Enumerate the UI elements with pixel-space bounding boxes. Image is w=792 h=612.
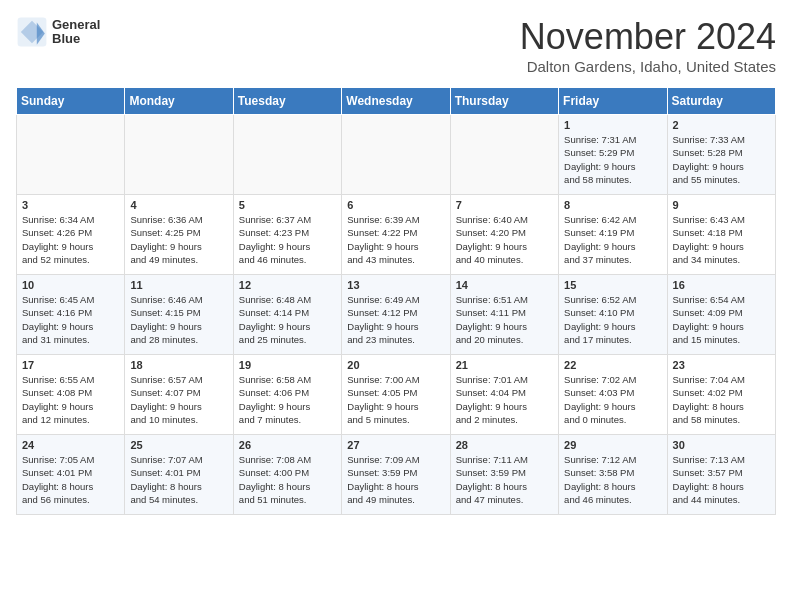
day-info: Sunrise: 7:00 AM Sunset: 4:05 PM Dayligh… [347,373,444,426]
day-number: 13 [347,279,444,291]
calendar-cell: 21Sunrise: 7:01 AM Sunset: 4:04 PM Dayli… [450,355,558,435]
day-info: Sunrise: 6:37 AM Sunset: 4:23 PM Dayligh… [239,213,336,266]
logo-line1: General [52,18,100,32]
header-sunday: Sunday [17,88,125,115]
calendar-cell [233,115,341,195]
day-number: 6 [347,199,444,211]
day-info: Sunrise: 6:36 AM Sunset: 4:25 PM Dayligh… [130,213,227,266]
day-number: 1 [564,119,661,131]
logo-text: General Blue [52,18,100,47]
day-number: 9 [673,199,770,211]
title-area: November 2024 Dalton Gardens, Idaho, Uni… [520,16,776,75]
calendar-cell: 29Sunrise: 7:12 AM Sunset: 3:58 PM Dayli… [559,435,667,515]
day-info: Sunrise: 6:49 AM Sunset: 4:12 PM Dayligh… [347,293,444,346]
calendar-cell: 5Sunrise: 6:37 AM Sunset: 4:23 PM Daylig… [233,195,341,275]
day-info: Sunrise: 7:08 AM Sunset: 4:00 PM Dayligh… [239,453,336,506]
logo: General Blue [16,16,100,48]
day-number: 21 [456,359,553,371]
day-number: 10 [22,279,119,291]
day-info: Sunrise: 7:31 AM Sunset: 5:29 PM Dayligh… [564,133,661,186]
calendar-cell: 17Sunrise: 6:55 AM Sunset: 4:08 PM Dayli… [17,355,125,435]
calendar-cell: 13Sunrise: 6:49 AM Sunset: 4:12 PM Dayli… [342,275,450,355]
day-number: 14 [456,279,553,291]
calendar-week-row: 24Sunrise: 7:05 AM Sunset: 4:01 PM Dayli… [17,435,776,515]
day-number: 16 [673,279,770,291]
day-info: Sunrise: 6:55 AM Sunset: 4:08 PM Dayligh… [22,373,119,426]
day-number: 28 [456,439,553,451]
day-info: Sunrise: 6:51 AM Sunset: 4:11 PM Dayligh… [456,293,553,346]
calendar-cell: 22Sunrise: 7:02 AM Sunset: 4:03 PM Dayli… [559,355,667,435]
calendar-cell: 23Sunrise: 7:04 AM Sunset: 4:02 PM Dayli… [667,355,775,435]
header-wednesday: Wednesday [342,88,450,115]
day-info: Sunrise: 7:12 AM Sunset: 3:58 PM Dayligh… [564,453,661,506]
calendar-cell: 9Sunrise: 6:43 AM Sunset: 4:18 PM Daylig… [667,195,775,275]
calendar-cell: 11Sunrise: 6:46 AM Sunset: 4:15 PM Dayli… [125,275,233,355]
day-info: Sunrise: 7:02 AM Sunset: 4:03 PM Dayligh… [564,373,661,426]
calendar-week-row: 17Sunrise: 6:55 AM Sunset: 4:08 PM Dayli… [17,355,776,435]
day-info: Sunrise: 7:09 AM Sunset: 3:59 PM Dayligh… [347,453,444,506]
calendar-cell: 27Sunrise: 7:09 AM Sunset: 3:59 PM Dayli… [342,435,450,515]
logo-line2: Blue [52,32,100,46]
day-number: 4 [130,199,227,211]
calendar-cell: 12Sunrise: 6:48 AM Sunset: 4:14 PM Dayli… [233,275,341,355]
calendar-cell: 30Sunrise: 7:13 AM Sunset: 3:57 PM Dayli… [667,435,775,515]
calendar-header-row: SundayMondayTuesdayWednesdayThursdayFrid… [17,88,776,115]
calendar-cell: 19Sunrise: 6:58 AM Sunset: 4:06 PM Dayli… [233,355,341,435]
day-number: 8 [564,199,661,211]
calendar-cell [125,115,233,195]
day-info: Sunrise: 6:57 AM Sunset: 4:07 PM Dayligh… [130,373,227,426]
calendar-week-row: 1Sunrise: 7:31 AM Sunset: 5:29 PM Daylig… [17,115,776,195]
calendar-cell: 1Sunrise: 7:31 AM Sunset: 5:29 PM Daylig… [559,115,667,195]
calendar-cell [450,115,558,195]
header-tuesday: Tuesday [233,88,341,115]
day-info: Sunrise: 6:42 AM Sunset: 4:19 PM Dayligh… [564,213,661,266]
logo-icon [16,16,48,48]
day-number: 30 [673,439,770,451]
day-number: 23 [673,359,770,371]
day-number: 3 [22,199,119,211]
day-number: 17 [22,359,119,371]
header-thursday: Thursday [450,88,558,115]
calendar-cell: 28Sunrise: 7:11 AM Sunset: 3:59 PM Dayli… [450,435,558,515]
calendar-cell: 6Sunrise: 6:39 AM Sunset: 4:22 PM Daylig… [342,195,450,275]
day-info: Sunrise: 6:40 AM Sunset: 4:20 PM Dayligh… [456,213,553,266]
calendar-cell: 10Sunrise: 6:45 AM Sunset: 4:16 PM Dayli… [17,275,125,355]
day-number: 11 [130,279,227,291]
day-number: 5 [239,199,336,211]
calendar-table: SundayMondayTuesdayWednesdayThursdayFrid… [16,87,776,515]
day-info: Sunrise: 6:45 AM Sunset: 4:16 PM Dayligh… [22,293,119,346]
day-number: 7 [456,199,553,211]
day-info: Sunrise: 6:52 AM Sunset: 4:10 PM Dayligh… [564,293,661,346]
day-info: Sunrise: 6:58 AM Sunset: 4:06 PM Dayligh… [239,373,336,426]
day-number: 22 [564,359,661,371]
calendar-cell: 15Sunrise: 6:52 AM Sunset: 4:10 PM Dayli… [559,275,667,355]
calendar-cell: 14Sunrise: 6:51 AM Sunset: 4:11 PM Dayli… [450,275,558,355]
calendar-cell [17,115,125,195]
day-info: Sunrise: 7:33 AM Sunset: 5:28 PM Dayligh… [673,133,770,186]
calendar-cell: 3Sunrise: 6:34 AM Sunset: 4:26 PM Daylig… [17,195,125,275]
calendar-cell: 4Sunrise: 6:36 AM Sunset: 4:25 PM Daylig… [125,195,233,275]
calendar-cell: 20Sunrise: 7:00 AM Sunset: 4:05 PM Dayli… [342,355,450,435]
day-info: Sunrise: 7:13 AM Sunset: 3:57 PM Dayligh… [673,453,770,506]
day-info: Sunrise: 6:54 AM Sunset: 4:09 PM Dayligh… [673,293,770,346]
day-info: Sunrise: 7:04 AM Sunset: 4:02 PM Dayligh… [673,373,770,426]
calendar-title: November 2024 [520,16,776,58]
day-info: Sunrise: 7:01 AM Sunset: 4:04 PM Dayligh… [456,373,553,426]
day-info: Sunrise: 6:34 AM Sunset: 4:26 PM Dayligh… [22,213,119,266]
day-info: Sunrise: 6:48 AM Sunset: 4:14 PM Dayligh… [239,293,336,346]
page-header: General Blue November 2024 Dalton Garden… [16,16,776,75]
calendar-cell [342,115,450,195]
day-info: Sunrise: 7:05 AM Sunset: 4:01 PM Dayligh… [22,453,119,506]
day-number: 26 [239,439,336,451]
calendar-cell: 25Sunrise: 7:07 AM Sunset: 4:01 PM Dayli… [125,435,233,515]
header-friday: Friday [559,88,667,115]
day-info: Sunrise: 7:11 AM Sunset: 3:59 PM Dayligh… [456,453,553,506]
calendar-cell: 2Sunrise: 7:33 AM Sunset: 5:28 PM Daylig… [667,115,775,195]
calendar-cell: 7Sunrise: 6:40 AM Sunset: 4:20 PM Daylig… [450,195,558,275]
day-info: Sunrise: 6:39 AM Sunset: 4:22 PM Dayligh… [347,213,444,266]
day-number: 19 [239,359,336,371]
day-number: 18 [130,359,227,371]
day-number: 25 [130,439,227,451]
calendar-cell: 18Sunrise: 6:57 AM Sunset: 4:07 PM Dayli… [125,355,233,435]
day-number: 27 [347,439,444,451]
